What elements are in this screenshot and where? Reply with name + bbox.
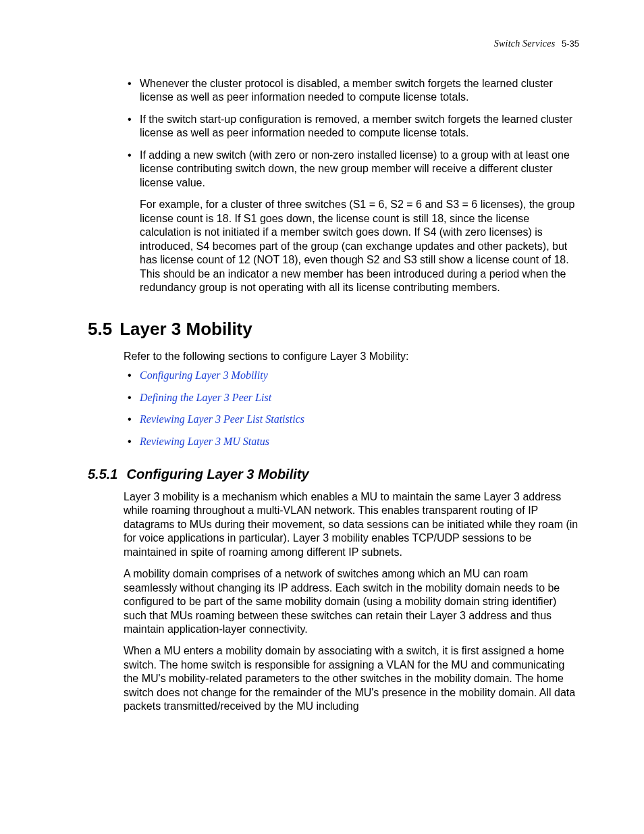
section-heading: 5.5 Layer 3 Mobility	[88, 318, 581, 340]
list-item: Defining the Layer 3 Peer List	[124, 391, 581, 405]
bullet-text: If the switch start-up configuration is …	[140, 113, 572, 138]
body-paragraph: Layer 3 mobility is a mechanism which en…	[124, 490, 581, 559]
list-item: If adding a new switch (with zero or non…	[124, 149, 581, 190]
bullet-text: Whenever the cluster protocol is disable…	[140, 78, 553, 103]
list-item: If the switch start-up configuration is …	[124, 113, 581, 140]
example-paragraph: For example, for a cluster of three swit…	[124, 198, 581, 294]
page-content: Whenever the cluster protocol is disable…	[100, 77, 581, 714]
list-item: Whenever the cluster protocol is disable…	[124, 77, 581, 105]
bullet-list: Whenever the cluster protocol is disable…	[124, 77, 581, 190]
page-container: Switch Services 5-35 Whenever the cluste…	[0, 0, 644, 834]
list-item: Reviewing Layer 3 MU Status	[124, 435, 581, 448]
section-number: 5.5	[88, 318, 115, 340]
section-title: Layer 3 Mobility	[119, 319, 252, 339]
subsection-number: 5.5.1	[88, 466, 123, 484]
body-paragraph: When a MU enters a mobility domain by as…	[124, 644, 581, 713]
body-paragraph: A mobility domain comprises of a network…	[124, 567, 581, 636]
header-doc-section: Switch Services	[494, 38, 555, 49]
subsection-heading: 5.5.1 Configuring Layer 3 Mobility	[88, 466, 581, 484]
list-item: Configuring Layer 3 Mobility	[124, 369, 581, 382]
xref-link[interactable]: Defining the Layer 3 Peer List	[140, 392, 271, 403]
subsection-body: Layer 3 mobility is a mechanism which en…	[100, 490, 581, 714]
running-header: Switch Services 5-35	[494, 38, 579, 50]
section-intro: Refer to the following sections to confi…	[124, 350, 581, 363]
header-page-number: 5-35	[562, 38, 579, 49]
xref-link[interactable]: Reviewing Layer 3 Peer List Statistics	[140, 413, 304, 425]
xref-link[interactable]: Configuring Layer 3 Mobility	[140, 369, 268, 381]
bullet-text: If adding a new switch (with zero or non…	[140, 149, 570, 188]
list-item: Reviewing Layer 3 Peer List Statistics	[124, 413, 581, 426]
xref-list: Configuring Layer 3 Mobility Defining th…	[124, 369, 581, 448]
xref-link[interactable]: Reviewing Layer 3 MU Status	[140, 436, 269, 447]
section-body: Refer to the following sections to confi…	[100, 350, 581, 448]
carryover-bullet-list: Whenever the cluster protocol is disable…	[100, 77, 581, 295]
subsection-title: Configuring Layer 3 Mobility	[127, 467, 309, 481]
